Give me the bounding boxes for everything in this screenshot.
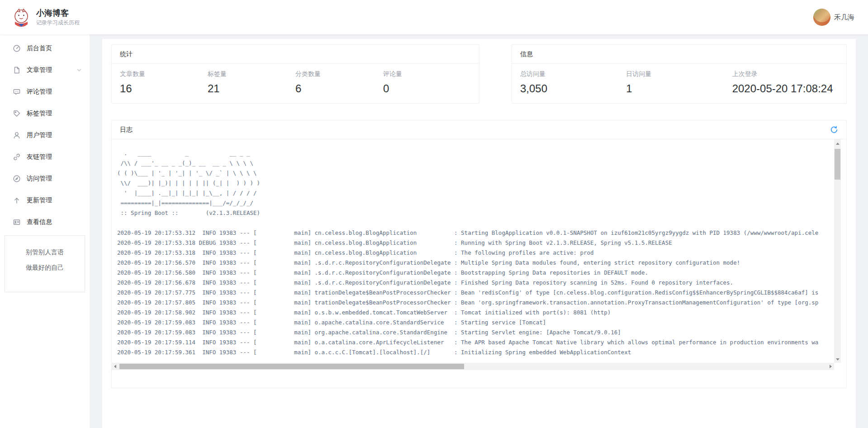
- stat-value: 6: [295, 82, 383, 95]
- stat-last-login: 上次登录 2020-05-20 17:08:24: [732, 70, 838, 95]
- stats-card-title: 统计: [120, 50, 133, 58]
- scroll-left-arrow-icon[interactable]: [112, 363, 119, 370]
- user-name: 禾几海: [834, 13, 854, 22]
- sidebar-item-label: 友链管理: [27, 153, 82, 161]
- sidebar-item-visits[interactable]: 访问管理: [0, 168, 90, 190]
- sidebar-item-links[interactable]: 友链管理: [0, 146, 90, 168]
- brand-logo-link[interactable]: 小海博客 记录学习成长历程: [12, 8, 80, 27]
- vertical-scrollbar[interactable]: [834, 139, 841, 363]
- user-icon: [13, 131, 21, 139]
- comment-icon: [13, 88, 21, 96]
- refresh-icon[interactable]: [830, 126, 838, 134]
- user-menu[interactable]: 禾几海: [813, 9, 854, 26]
- log-card: 日志 . ____ _ __ _ _ /\\ / ___'_ __ _ _(_)…: [111, 120, 847, 388]
- stat-label: 文章数量: [120, 70, 208, 78]
- idcard-icon: [13, 218, 21, 226]
- stats-card-body: 文章数量 16 标签量 21 分类数量 6 评论量 0: [112, 64, 479, 103]
- log-scroll-area: . ____ _ __ _ _ /\\ / ___'_ __ _ _(_)_ _…: [112, 139, 846, 370]
- stat-total-visits: 总访问量 3,050: [520, 70, 626, 95]
- stat-label: 日访问量: [626, 70, 732, 78]
- stat-label: 总访问量: [520, 70, 626, 78]
- sidebar-item-update[interactable]: 更新管理: [0, 190, 90, 211]
- stat-comments: 评论量 0: [383, 70, 471, 95]
- scroll-right-arrow-icon[interactable]: [827, 363, 834, 370]
- vertical-scrollbar-thumb[interactable]: [835, 149, 840, 180]
- sidebar-item-users[interactable]: 用户管理: [0, 124, 90, 146]
- sidebar-item-tags[interactable]: 标签管理: [0, 103, 90, 124]
- sidebar-item-label: 访问管理: [27, 175, 82, 183]
- sidebar-item-info[interactable]: 查看信息: [0, 211, 90, 233]
- info-card-body: 总访问量 3,050 日访问量 1 上次登录 2020-05-20 17:08:…: [512, 64, 846, 103]
- sidebar-item-articles[interactable]: 文章管理: [0, 59, 90, 81]
- motto-box: 别管别人言语 做最好的自己: [5, 235, 85, 292]
- info-card-header: 信息: [512, 45, 846, 64]
- stat-daily-visits: 日访问量 1: [626, 70, 732, 95]
- stat-value: 3,050: [520, 82, 626, 95]
- sidebar-item-label: 标签管理: [27, 109, 82, 118]
- log-output: . ____ _ __ _ _ /\\ / ___'_ __ _ _(_)_ _…: [112, 139, 846, 357]
- main-content: 统计 文章数量 16 标签量 21 分类数量 6: [90, 39, 868, 428]
- motto-line-1: 别管别人言语: [8, 247, 82, 257]
- sidebar-item-label: 后台首页: [27, 44, 82, 52]
- stat-articles: 文章数量 16: [120, 70, 208, 95]
- brand-text: 小海博客 记录学习成长历程: [36, 8, 80, 27]
- scroll-down-arrow-icon[interactable]: [834, 356, 841, 363]
- stat-label: 标签量: [208, 70, 295, 78]
- info-card-title: 信息: [520, 50, 533, 58]
- chevron-down-icon: [76, 67, 82, 73]
- spring-boot-banner: . ____ _ __ _ _ /\\ / ___'_ __ _ _(_)_ _…: [117, 150, 260, 216]
- dashboard-icon: [13, 44, 21, 52]
- log-lines: 2020-05-19 20:17:53.312 INFO 19383 --- […: [117, 229, 818, 356]
- log-card-title: 日志: [120, 126, 133, 134]
- link-icon: [13, 153, 21, 161]
- stat-label: 上次登录: [732, 70, 838, 78]
- log-card-bottom-padding: [112, 370, 846, 388]
- stat-value: 16: [120, 82, 208, 95]
- compass-icon: [13, 175, 21, 183]
- sidebar-item-label: 文章管理: [27, 66, 76, 74]
- sidebar-item-label: 查看信息: [27, 218, 82, 226]
- top-cards-row: 统计 文章数量 16 标签量 21 分类数量 6: [111, 44, 847, 104]
- sidebar-item-comments[interactable]: 评论管理: [0, 81, 90, 103]
- scroll-up-arrow-icon[interactable]: [834, 140, 841, 147]
- stat-categories: 分类数量 6: [295, 70, 383, 95]
- sidebar-item-label: 用户管理: [27, 131, 82, 139]
- stats-card: 统计 文章数量 16 标签量 21 分类数量 6: [111, 44, 479, 104]
- stat-label: 评论量: [383, 70, 471, 78]
- sidebar-menu: 后台首页 文章管理 评论管理 标签管理: [0, 34, 90, 233]
- horizontal-scrollbar[interactable]: [112, 363, 834, 370]
- site-title: 小海博客: [36, 8, 80, 18]
- site-subtitle: 记录学习成长历程: [36, 19, 80, 27]
- info-card: 信息 总访问量 3,050 日访问量 1 上次登录 2020-05-20 17:…: [512, 44, 847, 104]
- horizontal-scrollbar-thumb[interactable]: [119, 364, 464, 369]
- stat-tags: 标签量 21: [208, 70, 295, 95]
- sidebar-item-label: 更新管理: [27, 196, 82, 204]
- site-logo-icon: [12, 8, 31, 27]
- document-icon: [13, 66, 21, 74]
- motto-line-2: 做最好的自己: [8, 263, 82, 272]
- stat-label: 分类数量: [295, 70, 383, 78]
- top-header: 小海博客 记录学习成长历程 禾几海: [0, 0, 868, 34]
- sidebar-item-label: 评论管理: [27, 88, 82, 96]
- log-card-header: 日志: [112, 120, 846, 139]
- tag-icon: [13, 109, 21, 118]
- stat-value: 2020-05-20 17:08:24: [732, 82, 838, 95]
- sidebar: 后台首页 文章管理 评论管理 标签管理: [0, 34, 90, 428]
- stat-value: 21: [208, 82, 295, 95]
- sidebar-item-dashboard[interactable]: 后台首页: [0, 38, 90, 59]
- user-avatar: [813, 9, 830, 26]
- stats-card-header: 统计: [112, 45, 479, 64]
- stat-value: 0: [383, 82, 471, 95]
- stat-value: 1: [626, 82, 732, 95]
- arrow-up-icon: [13, 196, 21, 204]
- content-panel: 统计 文章数量 16 标签量 21 分类数量 6: [102, 39, 856, 428]
